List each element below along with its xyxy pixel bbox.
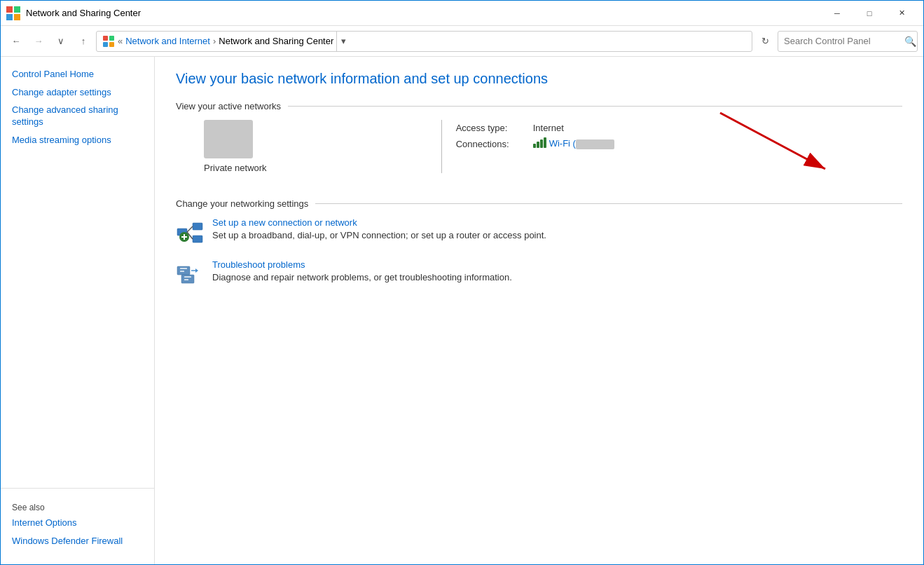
dropdown-button[interactable]: ∨ bbox=[51, 32, 71, 51]
svg-rect-7 bbox=[109, 42, 114, 47]
search-box: 🔍 bbox=[778, 31, 918, 52]
refresh-button[interactable]: ↻ bbox=[755, 32, 775, 51]
sidebar-item-internet-options[interactable]: Internet Options bbox=[1, 514, 154, 532]
troubleshoot-link[interactable]: Troubleshoot problems bbox=[212, 259, 902, 270]
network-left: Private network bbox=[176, 120, 427, 173]
wifi-signal-icon bbox=[533, 137, 549, 150]
svg-rect-19 bbox=[180, 268, 187, 269]
svg-line-13 bbox=[187, 226, 193, 232]
sidebar: Control Panel Home Change adapter settin… bbox=[1, 57, 155, 564]
setup-connection-desc: Set up a broadband, dial-up, or VPN conn… bbox=[212, 230, 546, 240]
up-button[interactable]: ↑ bbox=[74, 32, 93, 51]
svg-rect-23 bbox=[184, 279, 188, 280]
sidebar-bottom: See also Internet Options Windows Defend… bbox=[1, 488, 154, 556]
troubleshoot-item: Troubleshoot problems Diagnose and repai… bbox=[176, 259, 902, 287]
setup-connection-text: Set up a new connection or network Set u… bbox=[212, 217, 902, 240]
title-bar: Network and Sharing Center ─ □ ✕ bbox=[1, 1, 923, 26]
breadcrumb-network-internet[interactable]: Network and Internet bbox=[125, 36, 210, 46]
svg-rect-12 bbox=[193, 236, 202, 243]
search-icon: 🔍 bbox=[904, 36, 916, 47]
back-button[interactable]: ← bbox=[6, 32, 26, 51]
address-bar: ← → ∨ ↑ « Network and Internet › Network… bbox=[1, 26, 923, 57]
sidebar-nav: Control Panel Home Change adapter settin… bbox=[1, 65, 154, 488]
wifi-name-link[interactable]: Wi-Fi ( bbox=[549, 138, 614, 149]
sidebar-item-change-adapter[interactable]: Change adapter settings bbox=[1, 83, 154, 102]
sidebar-item-windows-firewall[interactable]: Windows Defender Firewall bbox=[1, 532, 154, 550]
path-icon bbox=[102, 35, 115, 48]
network-info-row: Private network Access type: Internet Co… bbox=[176, 120, 902, 182]
svg-rect-1 bbox=[14, 6, 20, 13]
minimize-button[interactable]: ─ bbox=[821, 1, 853, 26]
setup-connection-icon bbox=[176, 217, 204, 245]
active-networks-label: View your active networks bbox=[176, 101, 281, 111]
troubleshoot-text: Troubleshoot problems Diagnose and repai… bbox=[212, 259, 902, 282]
change-networking-header: Change your networking settings bbox=[176, 198, 902, 209]
svg-marker-25 bbox=[195, 268, 198, 273]
svg-rect-6 bbox=[103, 42, 108, 47]
setup-connection-item: Set up a new connection or network Set u… bbox=[176, 217, 902, 245]
setup-connection-link[interactable]: Set up a new connection or network bbox=[212, 217, 902, 228]
breadcrumb-current: Network and Sharing Center bbox=[219, 36, 333, 46]
change-networking-divider bbox=[315, 203, 902, 204]
main-content: Control Panel Home Change adapter settin… bbox=[1, 57, 923, 564]
see-also-label: See also bbox=[1, 497, 154, 514]
svg-rect-5 bbox=[109, 36, 114, 41]
active-networks-header: View your active networks bbox=[176, 101, 902, 111]
forward-button[interactable]: → bbox=[29, 32, 48, 51]
svg-rect-11 bbox=[193, 223, 202, 230]
address-path: « Network and Internet › Network and Sha… bbox=[96, 31, 752, 52]
access-type-value: Internet bbox=[533, 123, 564, 133]
troubleshoot-icon bbox=[176, 259, 204, 287]
access-type-label: Access type: bbox=[456, 123, 533, 133]
network-name: Private network bbox=[204, 163, 267, 173]
breadcrumb-sep1: « bbox=[118, 36, 123, 46]
svg-rect-4 bbox=[103, 36, 108, 41]
breadcrumb-sep2: › bbox=[213, 36, 216, 46]
wifi-bars bbox=[533, 137, 546, 148]
main-window: Network and Sharing Center ─ □ ✕ ← → ∨ ↑… bbox=[0, 0, 924, 565]
address-dropdown-button[interactable]: ▾ bbox=[336, 31, 350, 52]
search-input[interactable] bbox=[784, 36, 902, 46]
sidebar-item-control-panel-home[interactable]: Control Panel Home bbox=[1, 65, 154, 83]
wifi-name: Wi-Fi ( bbox=[549, 138, 576, 149]
page-title: View your basic network information and … bbox=[176, 71, 902, 87]
maximize-button[interactable]: □ bbox=[853, 1, 885, 26]
window-title: Network and Sharing Center bbox=[26, 8, 821, 18]
network-divider bbox=[441, 120, 442, 173]
close-button[interactable]: ✕ bbox=[885, 1, 918, 26]
network-icon bbox=[204, 120, 253, 158]
access-type-row: Access type: Internet bbox=[456, 123, 902, 133]
active-networks-divider bbox=[288, 106, 902, 107]
sidebar-item-media-streaming[interactable]: Media streaming options bbox=[1, 131, 154, 149]
connections-row: Connections: bbox=[456, 137, 902, 150]
svg-rect-20 bbox=[180, 271, 184, 272]
sidebar-item-change-sharing[interactable]: Change advanced sharing settings bbox=[1, 102, 154, 131]
troubleshoot-desc: Diagnose and repair network problems, or… bbox=[212, 272, 512, 282]
content-panel: View your basic network information and … bbox=[155, 57, 923, 564]
svg-rect-2 bbox=[6, 14, 13, 20]
svg-rect-3 bbox=[14, 14, 20, 20]
wifi-name-redacted bbox=[576, 139, 614, 149]
svg-rect-0 bbox=[6, 6, 13, 13]
change-networking-label: Change your networking settings bbox=[176, 198, 308, 209]
svg-rect-22 bbox=[184, 276, 191, 278]
window-controls: ─ □ ✕ bbox=[821, 1, 918, 26]
network-right: Access type: Internet Connections: bbox=[456, 120, 902, 154]
app-icon bbox=[6, 6, 20, 20]
connections-label: Connections: bbox=[456, 139, 533, 149]
connections-area: Private network Access type: Internet Co… bbox=[176, 120, 902, 182]
